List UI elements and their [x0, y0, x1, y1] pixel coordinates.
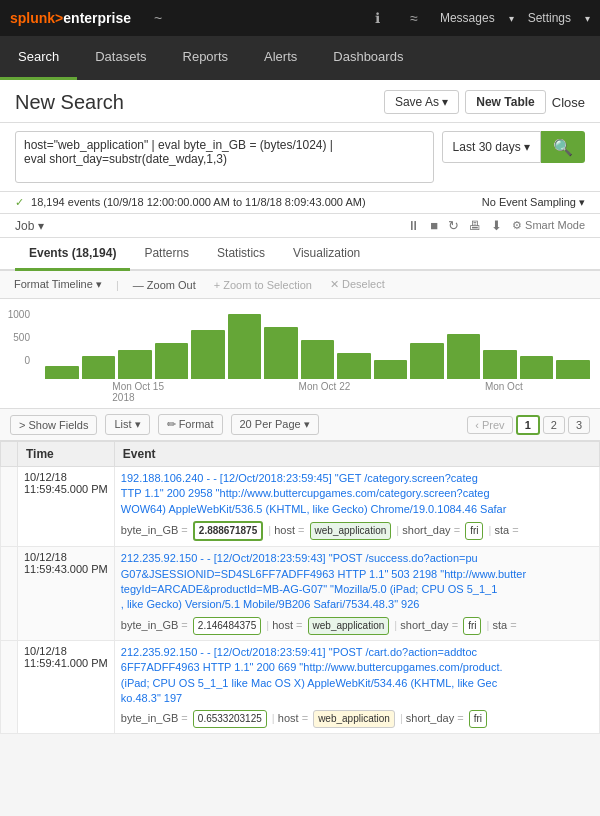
field-separator: |	[393, 524, 402, 536]
event-text-line: 212.235.92.150 - - [12/Oct/2018:23:59:43…	[121, 551, 593, 566]
field-name: byte_in_GB	[121, 619, 178, 631]
save-as-button[interactable]: Save As ▾	[384, 90, 459, 114]
top-nav: splunk>enterprise ~ ℹ ≈ Messages ▾ Setti…	[0, 0, 600, 36]
event-text-line: TTP 1.1" 200 2958 "http://www.buttercupg…	[121, 486, 593, 501]
chart-bar	[228, 314, 262, 379]
event-content: 192.188.106.240 - - [12/Oct/2018:23:59:4…	[114, 467, 599, 547]
event-text-line: G07&JSESSIONID=SD4SL6FF7ADFF4963 HTTP 1.…	[121, 567, 593, 582]
export-icon[interactable]: ⬇	[491, 218, 502, 233]
chart-bar	[45, 366, 79, 379]
event-fields: byte_in_GB = 2.146484375 | host = web_ap…	[121, 616, 593, 636]
field-value-tag[interactable]: web_application	[313, 710, 395, 728]
new-table-button[interactable]: New Table	[465, 90, 545, 114]
second-nav: Search Datasets Reports Alerts Dashboard…	[0, 36, 600, 80]
field-equals: =	[449, 619, 462, 631]
field-equals: =	[454, 712, 467, 724]
enterprise-label: enterprise	[63, 10, 131, 26]
per-page-button[interactable]: 20 Per Page ▾	[231, 414, 319, 435]
pagination: ‹ Prev 1 2 3	[467, 415, 590, 435]
table-row: 10/12/18 11:59:43.000 PM212.235.92.150 -…	[1, 547, 600, 641]
settings-menu[interactable]: Settings	[528, 11, 571, 25]
field-value-tag[interactable]: fri	[469, 710, 487, 728]
x-label-oct-end: Mon Oct	[485, 381, 523, 403]
x-label-oct15: Mon Oct 152018	[112, 381, 164, 403]
row-number	[1, 640, 18, 734]
format-button[interactable]: ✏ Format	[158, 414, 223, 435]
smart-mode-button[interactable]: ⚙ Smart Mode	[512, 219, 585, 232]
activity-icon[interactable]: ≈	[410, 10, 418, 26]
nav-reports[interactable]: Reports	[165, 36, 247, 80]
field-value-tag[interactable]: 2.146484375	[193, 617, 261, 635]
rerun-icon[interactable]: ↻	[448, 218, 459, 233]
zoom-selection-button[interactable]: + Zoom to Selection	[210, 277, 316, 293]
x-label-oct22: Mon Oct 22	[299, 381, 351, 403]
tab-events[interactable]: Events (18,194)	[15, 238, 130, 271]
field-value-tag[interactable]: fri	[465, 522, 483, 540]
info-icon[interactable]: ℹ	[375, 10, 380, 26]
chart-bar	[82, 356, 116, 379]
messages-menu[interactable]: Messages	[440, 11, 495, 25]
field-separator: |	[391, 619, 400, 631]
table-row: 10/12/18 11:59:45.000 PM192.188.106.240 …	[1, 467, 600, 547]
field-value-tag[interactable]: 0.6533203125	[193, 710, 267, 728]
field-equals: =	[299, 712, 312, 724]
nav-datasets[interactable]: Datasets	[77, 36, 164, 80]
show-fields-button[interactable]: > Show Fields	[10, 415, 97, 435]
prev-button[interactable]: ‹ Prev	[467, 416, 512, 434]
event-text-line: WOW64) AppleWebKit/536.5 (KHTML, like Ge…	[121, 502, 593, 517]
tab-visualization[interactable]: Visualization	[279, 238, 374, 271]
field-value-tag[interactable]: 2.888671875	[193, 521, 263, 541]
tab-statistics[interactable]: Statistics	[203, 238, 279, 271]
time-range-button[interactable]: Last 30 days ▾	[442, 131, 541, 163]
page-1-button[interactable]: 1	[516, 415, 540, 435]
field-name: host	[278, 712, 299, 724]
search-area: host="web_application" | eval byte_in_GB…	[0, 123, 600, 192]
page-2-button[interactable]: 2	[543, 416, 565, 434]
field-name: short_day	[400, 619, 448, 631]
pause-icon[interactable]: ⏸	[407, 218, 420, 233]
field-equals: =	[509, 524, 518, 536]
field-value-tag[interactable]: web_application	[308, 617, 390, 635]
chart-bar	[483, 350, 517, 379]
event-text-line: tegyId=ARCADE&productId=MB-AG-G07" "Mozi…	[121, 582, 593, 597]
field-name: byte_in_GB	[121, 524, 178, 536]
field-equals: =	[178, 524, 191, 536]
page-header: New Search Save As ▾ New Table Close	[0, 80, 600, 123]
format-timeline-button[interactable]: Format Timeline ▾	[10, 276, 106, 293]
messages-arrow: ▾	[509, 13, 514, 24]
field-value-tag[interactable]: fri	[463, 617, 481, 635]
field-name: short_day	[402, 524, 450, 536]
nav-dashboards[interactable]: Dashboards	[315, 36, 421, 80]
event-fields: byte_in_GB = 0.6533203125 | host = web_a…	[121, 709, 593, 729]
event-text-line: 6FF7ADFF4963 HTTP 1.1" 200 669 "http://w…	[121, 660, 593, 675]
close-button[interactable]: Close	[552, 95, 585, 110]
field-name: host	[274, 524, 295, 536]
no-sampling-button[interactable]: No Event Sampling ▾	[482, 196, 585, 209]
tilde-icon[interactable]: ~	[154, 10, 162, 26]
field-value-tag[interactable]: web_application	[310, 522, 392, 540]
row-number	[1, 547, 18, 641]
search-input[interactable]: host="web_application" | eval byte_in_GB…	[15, 131, 434, 183]
job-dropdown[interactable]: Job ▾	[15, 219, 44, 233]
print-icon[interactable]: 🖶	[469, 219, 481, 233]
event-time: 10/12/18 11:59:41.000 PM	[18, 640, 115, 734]
y-label-1000: 1000	[0, 309, 30, 320]
tab-patterns[interactable]: Patterns	[130, 238, 203, 271]
deselect-button[interactable]: ✕ Deselect	[326, 276, 389, 293]
timeline-toolbar: Format Timeline ▾ | — Zoom Out + Zoom to…	[0, 271, 600, 299]
chart-bar	[556, 360, 590, 380]
search-button[interactable]: 🔍	[541, 131, 585, 163]
nav-search[interactable]: Search	[0, 36, 77, 80]
toolbar-divider: |	[116, 279, 119, 291]
nav-alerts[interactable]: Alerts	[246, 36, 315, 80]
stop-icon[interactable]: ■	[430, 218, 438, 233]
col-header-num	[1, 442, 18, 467]
page-title: New Search	[15, 91, 124, 114]
field-name: sta	[492, 619, 507, 631]
page-3-button[interactable]: 3	[568, 416, 590, 434]
field-name: byte_in_GB	[121, 712, 178, 724]
zoom-out-button[interactable]: — Zoom Out	[129, 277, 200, 293]
list-button[interactable]: List ▾	[105, 414, 149, 435]
bar-chart	[45, 304, 590, 379]
status-bar: ✓ 18,194 events (10/9/18 12:00:00.000 AM…	[0, 192, 600, 214]
